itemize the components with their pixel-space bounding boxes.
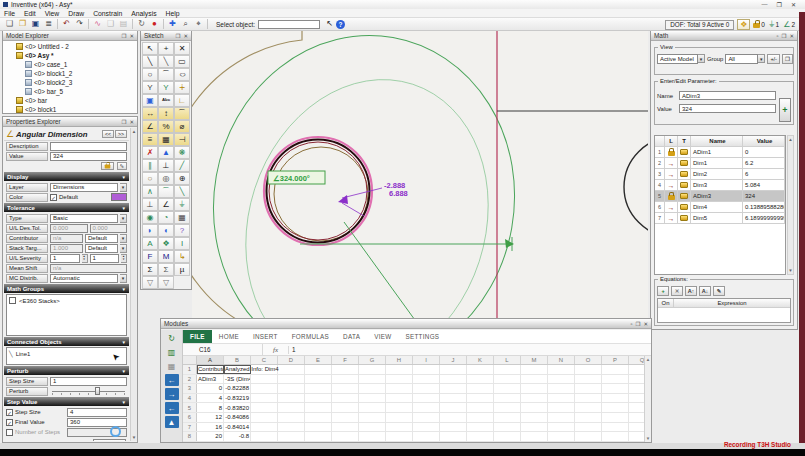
final-value-input[interactable]: 360 (67, 418, 127, 427)
cell-D6[interactable] (278, 413, 305, 422)
tool-dim-gauge[interactable]: ⌒ (174, 107, 190, 120)
cell-N7[interactable] (548, 423, 575, 432)
cell-N6[interactable] (548, 413, 575, 422)
cell-O1[interactable] (575, 365, 602, 374)
menu-constrain[interactable]: Constrain (93, 10, 122, 17)
cell-L7[interactable] (494, 423, 521, 432)
tool-force[interactable]: F (142, 250, 158, 263)
comment-button[interactable]: ✎ (713, 286, 725, 296)
zoom-button[interactable]: ⌕ (179, 19, 192, 30)
cell-B5[interactable]: -0.83820 (224, 403, 251, 412)
ul-des-tol-input-2[interactable]: 0.000 (90, 224, 128, 233)
cell-N5[interactable] (548, 403, 575, 412)
cell-F6[interactable] (332, 413, 359, 422)
move-up-button[interactable]: A↑ (685, 286, 697, 296)
float-icon[interactable] (175, 33, 180, 39)
copy-params-button[interactable]: ❐ (782, 54, 793, 64)
tool-dim-vertical[interactable]: ↕ (158, 107, 174, 120)
copy-button[interactable]: ❑ (104, 19, 117, 30)
tool-vary[interactable]: ? (174, 224, 190, 237)
cell-P6[interactable] (602, 413, 629, 422)
cell-D5[interactable] (278, 403, 305, 412)
select-object-input[interactable] (258, 20, 320, 29)
row-header[interactable]: 4 (183, 394, 197, 403)
math-titlebar[interactable]: Math (651, 31, 797, 41)
tool-polyline[interactable]: Y (142, 81, 158, 94)
cell-L4[interactable] (494, 394, 521, 403)
cell-O8[interactable] (575, 432, 602, 441)
severity-input-1[interactable]: 1 (50, 254, 80, 263)
minimize-button[interactable] (762, 1, 768, 8)
dropdown-icon[interactable] (120, 274, 127, 283)
cell-C2[interactable] (251, 375, 278, 384)
tree-item[interactable]: <0> Untitled - 2 (3, 42, 137, 51)
cell-I3[interactable] (413, 384, 440, 393)
cell-C8[interactable] (251, 432, 278, 441)
column-header-M[interactable]: M (521, 356, 548, 364)
cell-B3[interactable]: -0.82288 (224, 384, 251, 393)
column-header-K[interactable]: K (467, 356, 494, 364)
cell-B8[interactable]: -0.8 (224, 432, 251, 441)
export-icon[interactable]: ▥ (165, 346, 179, 358)
cell-F2[interactable] (332, 375, 359, 384)
cell-N1[interactable] (548, 365, 575, 374)
cell-G7[interactable] (359, 423, 386, 432)
severity-input-2[interactable]: 1 (90, 254, 120, 263)
tool-dim-horizontal[interactable]: ↔ (142, 107, 158, 120)
section-connected-objects[interactable]: Connected Objects (4, 337, 129, 346)
cell-M4[interactable] (521, 394, 548, 403)
tree-item[interactable]: <0> block1 (3, 105, 137, 113)
row-header[interactable]: 2 (183, 375, 197, 384)
cell-L8[interactable] (494, 432, 521, 441)
tool-coincident[interactable]: ⊕ (174, 172, 190, 185)
cell-H5[interactable] (386, 403, 413, 412)
tool-sum[interactable]: Σ (158, 263, 174, 276)
cell-M7[interactable] (521, 423, 548, 432)
dropdown-icon[interactable] (120, 234, 127, 243)
cell-H4[interactable] (386, 394, 413, 403)
close-icon[interactable] (643, 321, 648, 327)
cell-J5[interactable] (440, 403, 467, 412)
param-value-input[interactable]: 324 (679, 104, 776, 113)
cell-E1[interactable] (305, 365, 332, 374)
tab-settings[interactable]: SETTINGS (398, 330, 446, 343)
cell-E2[interactable] (305, 375, 332, 384)
maximize-button[interactable] (777, 1, 782, 8)
tool-arc[interactable]: ⌒ (158, 68, 174, 81)
modules-titlebar[interactable]: Modules (161, 319, 651, 329)
cell-D4[interactable] (278, 394, 305, 403)
cell-O2[interactable] (575, 375, 602, 384)
column-header-B[interactable]: B (224, 356, 251, 364)
cell-G4[interactable] (359, 394, 386, 403)
nav-left-2-icon[interactable]: ← (165, 402, 179, 414)
tool-angle-constraint[interactable]: ∠ (158, 198, 174, 211)
cell-I6[interactable] (413, 413, 440, 422)
cell-I4[interactable] (413, 394, 440, 403)
cell-name-box[interactable]: C16 (183, 344, 263, 355)
parameter-row[interactable]: 5ADim3324 (655, 191, 785, 202)
tool-axes[interactable]: ∟ (174, 94, 190, 107)
tool-region-subtract[interactable]: ◖ (158, 224, 174, 237)
cell-P8[interactable] (602, 432, 629, 441)
cell-Q1[interactable] (629, 365, 644, 374)
cell-K4[interactable] (467, 394, 494, 403)
close-icon[interactable] (789, 33, 794, 39)
cell-B6[interactable]: -0.84086 (224, 413, 251, 422)
cell-I2[interactable] (413, 375, 440, 384)
sheet-scrollbar[interactable]: ▲▼ (644, 356, 651, 442)
menu-draw[interactable]: Draw (68, 10, 84, 17)
zoom-window-button[interactable]: ⌖ (192, 19, 205, 30)
cell-B4[interactable]: -0.83219 (224, 394, 251, 403)
mc-distrib-select[interactable]: Automatic (50, 274, 118, 283)
section-display[interactable]: Display (4, 172, 129, 181)
active-model-select[interactable]: Active Model (657, 54, 705, 64)
pin-icon[interactable] (631, 321, 633, 327)
cell-B1[interactable]: Analyzed Info: Dim4 (224, 365, 251, 374)
cell-H6[interactable] (386, 413, 413, 422)
dropdown-icon[interactable] (120, 214, 127, 223)
refresh-button[interactable]: ↻ (135, 19, 148, 30)
cell-E4[interactable] (305, 394, 332, 403)
cell-M1[interactable] (521, 365, 548, 374)
cell-G8[interactable] (359, 432, 386, 441)
cell-K7[interactable] (467, 423, 494, 432)
